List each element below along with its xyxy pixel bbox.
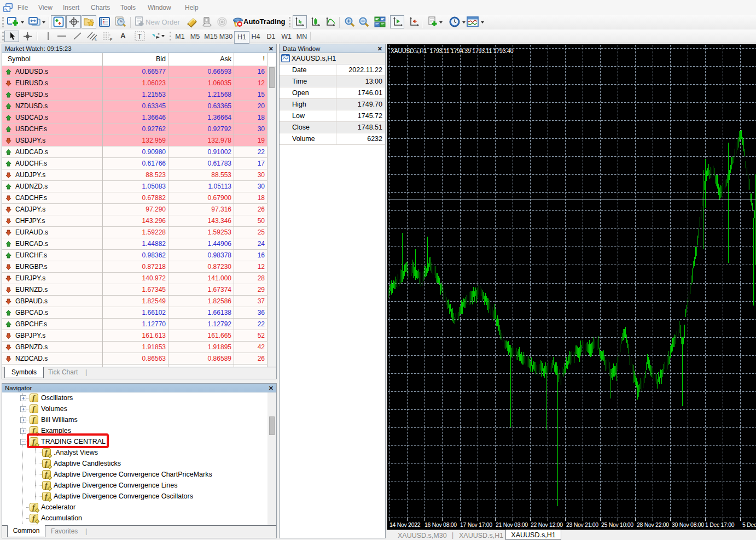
svg-text:25 Nov 10:00: 25 Nov 10:00 [601, 521, 633, 528]
svg-text:22 Nov 12:00: 22 Nov 12:00 [531, 521, 563, 528]
svg-text:F: F [110, 38, 112, 42]
svg-text:1 Dec 17:00: 1 Dec 17:00 [705, 521, 735, 528]
svg-text:17 Nov 17:00: 17 Nov 17:00 [460, 521, 492, 528]
svg-text:T: T [138, 33, 142, 40]
svg-text:14 Nov 2022: 14 Nov 2022 [389, 521, 421, 528]
svg-text:21 Nov 03:00: 21 Nov 03:00 [496, 521, 528, 528]
svg-text:XAUUSD.s,H1 1793.11 1794.39 1: XAUUSD.s,H1 1793.11 1794.39 1793.11 1793… [391, 48, 514, 54]
svg-text:28 Nov 22:00: 28 Nov 22:00 [637, 521, 669, 528]
svg-text:E: E [95, 37, 97, 41]
svg-text:30 Nov 08:00: 30 Nov 08:00 [672, 521, 704, 528]
svg-text:23 Nov 21:00: 23 Nov 21:00 [566, 521, 598, 528]
svg-text:5 Dec 03:00: 5 Dec 03:00 [742, 521, 756, 528]
svg-text:16 Nov 08:00: 16 Nov 08:00 [424, 521, 457, 528]
